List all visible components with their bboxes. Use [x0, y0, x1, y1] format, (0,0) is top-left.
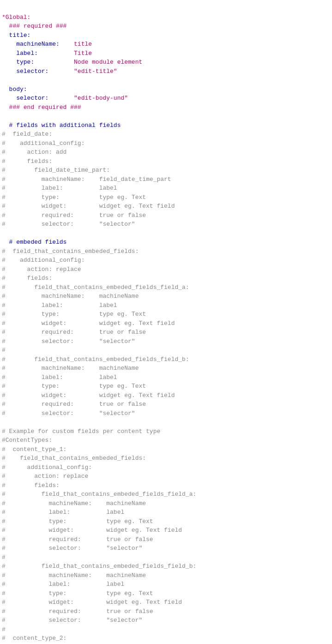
- code-span: # additional_config:: [2, 140, 85, 147]
- code-line: # machineName: machineName: [2, 499, 330, 508]
- code-line: # field_that_contains_embeded_fields_fie…: [2, 562, 330, 571]
- code-span: #: [2, 347, 6, 354]
- code-line: # fields:: [2, 274, 330, 283]
- code-line: selector: "edit-title": [2, 67, 330, 76]
- code-span: # field_date_time_part:: [2, 167, 110, 174]
- code-span: # selector: "selector": [2, 221, 135, 228]
- code-span: machineName:: [2, 41, 74, 48]
- code-span: # selector: "selector": [2, 617, 142, 624]
- code-line: # field_that_contains_embeded_fields:: [2, 247, 330, 256]
- code-span: # fields:: [2, 158, 52, 165]
- code-line: [2, 418, 330, 427]
- code-line: # field_date_time_part:: [2, 166, 330, 175]
- code-line: # selector: "selector": [2, 220, 330, 229]
- code-span: # required: true or false: [2, 536, 153, 543]
- code-span: # embeded fields: [2, 239, 66, 246]
- code-span: # machineName: machineName: [2, 365, 139, 372]
- code-span: Node module element: [74, 59, 142, 66]
- code-line: # required: true or false: [2, 535, 330, 544]
- code-span: # widget: widget eg. Text field: [2, 320, 175, 327]
- code-line: # field_that_contains_embeded_fields_fie…: [2, 355, 330, 364]
- code-span: # field_that_contains_embeded_fields_fie…: [2, 356, 189, 363]
- code-span: # field_that_contains_embeded_fields_fie…: [2, 284, 189, 291]
- code-line: ### end required ###: [2, 103, 330, 112]
- code-line: body:: [2, 85, 330, 94]
- code-span: selector:: [2, 68, 74, 75]
- code-line: # selector: "selector": [2, 544, 330, 553]
- code-line: # type: type eg. Text: [2, 589, 330, 598]
- code-line: # type: type eg. Text: [2, 517, 330, 526]
- code-span: # fields:: [2, 275, 52, 282]
- code-span: # field_that_contains_embeded_fields:: [2, 455, 146, 462]
- code-span: # type: type eg. Text: [2, 194, 146, 201]
- code-line: # widget: widget eg. Text field: [2, 202, 330, 211]
- code-span: # content_type_2:: [2, 635, 66, 642]
- code-line: # required: true or false: [2, 607, 330, 616]
- code-line: # selector: "selector": [2, 409, 330, 418]
- code-span: # type: type eg. Text: [2, 590, 153, 597]
- code-span: # action: replace: [2, 266, 81, 273]
- code-line: # required: true or false: [2, 211, 330, 220]
- code-line: # label: label: [2, 580, 330, 589]
- code-span: # required: true or false: [2, 212, 146, 219]
- code-line: # fields:: [2, 157, 330, 166]
- code-line: # type: type eg. Text: [2, 382, 330, 391]
- code-span: *Global:: [2, 14, 30, 21]
- code-span: # fields:: [2, 482, 60, 489]
- code-span: # machineName: machineName: [2, 293, 139, 300]
- code-span: # required: true or false: [2, 401, 146, 408]
- code-line: # selector: "selector": [2, 616, 330, 625]
- code-span: title: [74, 41, 92, 48]
- code-line: # label: label: [2, 301, 330, 310]
- code-span: #: [2, 626, 6, 633]
- code-line: # content_type_1:: [2, 445, 330, 454]
- code-line: # additional_config:: [2, 463, 330, 472]
- code-span: selector:: [2, 95, 74, 102]
- code-span: # label: label: [2, 581, 124, 588]
- code-span: # additional_config:: [2, 257, 85, 264]
- code-line: title:: [2, 31, 330, 40]
- code-span: ### end required ###: [2, 104, 81, 111]
- code-line: *Global:: [2, 13, 330, 22]
- code-line: # label: label: [2, 508, 330, 517]
- code-line: # selector: "selector": [2, 337, 330, 346]
- code-line: #: [2, 553, 330, 562]
- code-span: # widget: widget eg. Text field: [2, 527, 182, 534]
- code-line: # widget: widget eg. Text field: [2, 598, 330, 607]
- code-span: # machineName: machineName: [2, 500, 146, 507]
- code-line: [2, 76, 330, 85]
- code-span: # additional_config:: [2, 464, 92, 471]
- code-span: # action: add: [2, 149, 66, 156]
- code-line: #: [2, 346, 330, 355]
- code-line: # machineName: machineName: [2, 292, 330, 301]
- code-span: # machineName: field_date_time_part: [2, 176, 171, 183]
- code-span: # widget: widget eg. Text field: [2, 599, 182, 606]
- code-span: body:: [2, 86, 27, 93]
- code-line: # fields with additional fields: [2, 121, 330, 130]
- code-line: # widget: widget eg. Text field: [2, 319, 330, 328]
- code-line: #ContentTypes:: [2, 436, 330, 445]
- code-line: # required: true or false: [2, 328, 330, 337]
- code-span: title:: [2, 32, 30, 39]
- code-span: # field_date:: [2, 131, 52, 138]
- code-span: # content_type_1:: [2, 446, 66, 453]
- code-line: # content_type_2:: [2, 634, 330, 643]
- code-line: # label: label: [2, 184, 330, 193]
- code-line: # embeded fields: [2, 238, 330, 247]
- code-line: # field_that_contains_embeded_fields_fie…: [2, 283, 330, 292]
- code-span: # selector: "selector": [2, 410, 135, 417]
- code-span: # type: type eg. Text: [2, 518, 153, 525]
- code-line: # machineName: machineName: [2, 364, 330, 373]
- code-span: # machineName: machineName: [2, 572, 146, 579]
- code-line: # fields:: [2, 481, 330, 490]
- code-span: # type: type eg. Text: [2, 311, 146, 318]
- code-line: # action: replace: [2, 265, 330, 274]
- code-span: # field_that_contains_embeded_fields_fie…: [2, 491, 196, 498]
- code-span: #: [2, 554, 6, 561]
- code-line: label: Title: [2, 49, 330, 58]
- code-line: # type: type eg. Text: [2, 193, 330, 202]
- code-line: # field_that_contains_embeded_fields_fie…: [2, 490, 330, 499]
- code-line: # required: true or false: [2, 400, 330, 409]
- code-line: # action: add: [2, 148, 330, 157]
- code-line: # field_that_contains_embeded_fields:: [2, 454, 330, 463]
